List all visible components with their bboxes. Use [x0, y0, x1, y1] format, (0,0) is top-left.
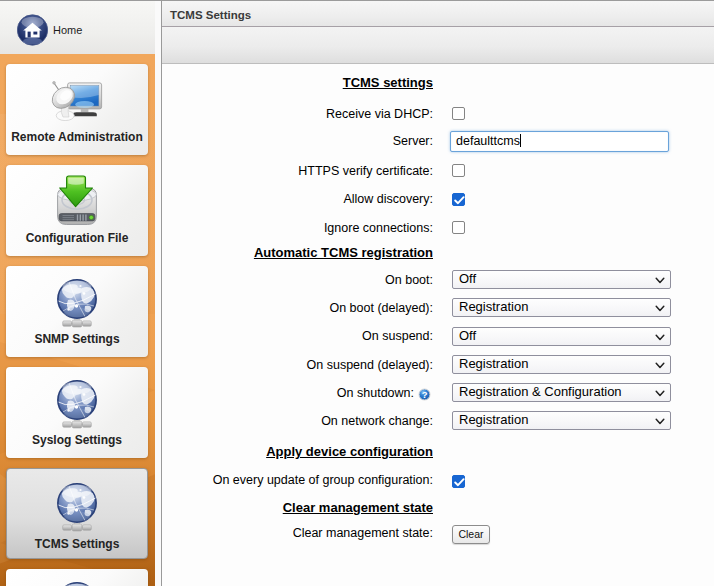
svg-text:?: ?: [421, 389, 427, 400]
